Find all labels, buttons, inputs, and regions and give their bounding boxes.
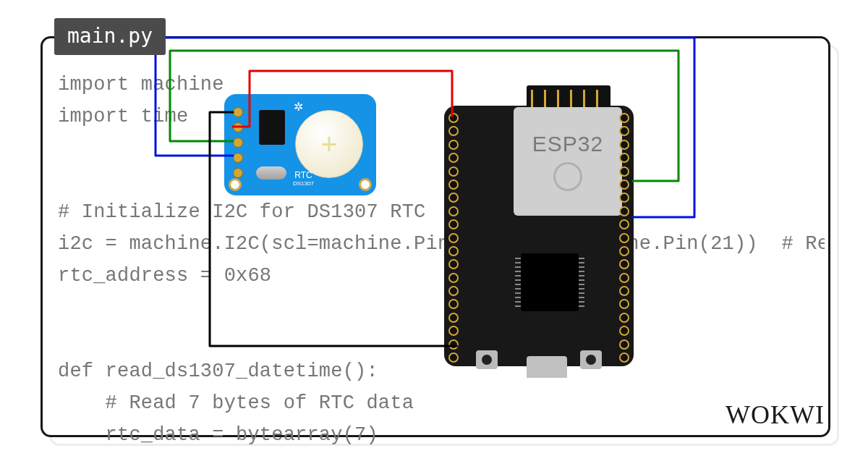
rtc-pin-gnd[interactable] xyxy=(233,107,249,117)
esp32-pin[interactable] xyxy=(448,180,459,190)
rtc-silkscreen: RTC DS1307 xyxy=(293,171,314,188)
esp32-pin[interactable] xyxy=(448,206,459,216)
esp32-left-header xyxy=(448,113,459,363)
esp32-pin[interactable] xyxy=(619,313,629,323)
esp32-pin[interactable] xyxy=(619,153,629,163)
esp32-pin[interactable] xyxy=(448,166,459,177)
esp32-pin[interactable] xyxy=(448,273,459,283)
esp32-pin[interactable] xyxy=(619,113,629,123)
esp32-pin[interactable] xyxy=(448,126,459,136)
esp32-pin[interactable] xyxy=(619,246,629,256)
esp32-pin[interactable] xyxy=(448,313,459,323)
esp32-pin[interactable] xyxy=(448,233,459,243)
en-button[interactable] xyxy=(476,350,498,369)
component-esp32-devkit[interactable]: ESP32 xyxy=(434,87,644,376)
rtc-ic-icon xyxy=(259,110,285,145)
rtc-pin-scl[interactable] xyxy=(233,153,249,163)
esp32-shield-label: ESP32 xyxy=(532,132,603,156)
rtc-pin-header xyxy=(233,107,249,178)
file-tab[interactable]: main.py xyxy=(54,18,166,55)
esp32-pin[interactable] xyxy=(619,299,629,309)
esp32-pin[interactable] xyxy=(448,326,459,336)
rtc-pin-sqw[interactable] xyxy=(233,168,249,178)
component-rtc-ds1307[interactable]: ✲ RTC DS1307 xyxy=(224,94,376,195)
esp32-pin[interactable] xyxy=(619,326,629,336)
esp32-pin[interactable] xyxy=(619,233,629,243)
boot-button[interactable] xyxy=(580,350,602,369)
esp32-pin[interactable] xyxy=(448,140,459,150)
esp32-pin[interactable] xyxy=(619,339,629,350)
esp32-shield: ESP32 xyxy=(514,107,622,216)
esp32-pin[interactable] xyxy=(448,352,459,363)
esp32-pin[interactable] xyxy=(448,339,459,350)
esp32-pin[interactable] xyxy=(619,352,629,363)
rtc-pin-sda[interactable] xyxy=(233,138,249,148)
esp32-pin[interactable] xyxy=(619,273,629,283)
esp32-right-header xyxy=(619,113,629,363)
esp32-pin[interactable] xyxy=(619,206,629,216)
esp32-pin[interactable] xyxy=(619,166,629,177)
esp32-pin[interactable] xyxy=(619,126,629,136)
esp32-pin[interactable] xyxy=(619,286,629,296)
esp32-pin[interactable] xyxy=(448,153,459,163)
adafruit-flower-icon: ✲ xyxy=(294,100,303,114)
esp32-pin[interactable] xyxy=(448,246,459,256)
esp32-pin[interactable] xyxy=(619,259,629,269)
esp32-pin[interactable] xyxy=(448,299,459,309)
espressif-logo-icon xyxy=(553,162,582,191)
file-tab-label: main.py xyxy=(67,24,153,48)
rtc-label-top: RTC xyxy=(293,171,314,180)
esp32-pin[interactable] xyxy=(448,286,459,296)
esp32-pin[interactable] xyxy=(448,193,459,203)
micro-usb-icon xyxy=(527,356,567,378)
crystal-icon xyxy=(256,166,286,180)
mcu-chip-icon xyxy=(521,253,579,311)
mount-hole-icon xyxy=(229,178,242,191)
rtc-label-bottom: DS1307 xyxy=(293,180,314,188)
esp32-pin[interactable] xyxy=(619,180,629,190)
esp32-pin[interactable] xyxy=(448,259,459,269)
mount-hole-icon xyxy=(359,178,372,191)
wokwi-logo-text: WOKWI xyxy=(726,400,825,429)
rtc-pin-5v[interactable] xyxy=(233,122,249,132)
coin-cell-icon xyxy=(295,110,363,178)
esp32-pin[interactable] xyxy=(448,219,459,229)
esp32-pin[interactable] xyxy=(619,140,629,150)
wifi-antenna-icon xyxy=(527,85,610,110)
esp32-pin[interactable] xyxy=(448,113,459,123)
wokwi-logo: WOKWI xyxy=(726,400,825,430)
esp32-pin[interactable] xyxy=(619,219,629,229)
esp32-pin[interactable] xyxy=(619,193,629,203)
